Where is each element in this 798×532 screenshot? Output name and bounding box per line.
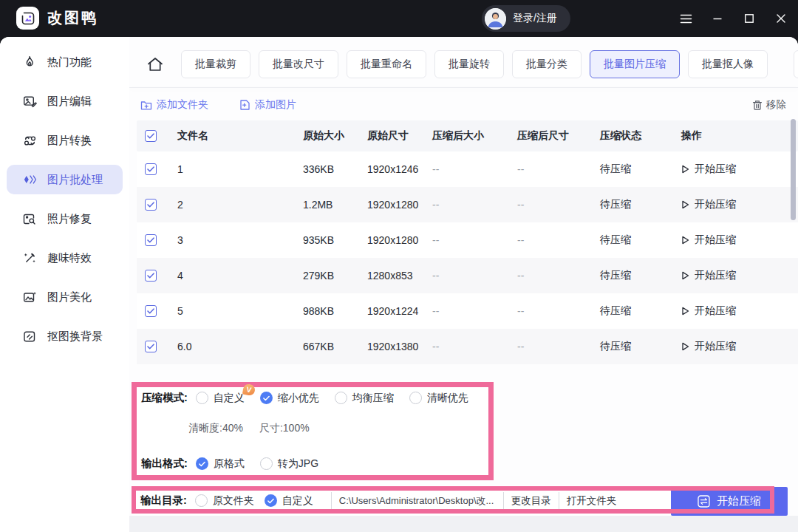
cell-csize: -- <box>432 270 517 282</box>
col-compressed-size: 压缩后大小 <box>432 129 517 143</box>
row-checkbox[interactable] <box>145 234 157 246</box>
row-checkbox[interactable] <box>145 270 157 282</box>
minimize-icon[interactable] <box>711 12 724 25</box>
play-icon <box>681 342 689 351</box>
add-image-button[interactable]: 添加图片 <box>239 98 296 112</box>
tab-batch-portrait-cutout[interactable]: 批量抠人像 <box>688 50 768 78</box>
play-icon <box>681 307 689 316</box>
close-icon[interactable] <box>774 12 788 25</box>
format-option-jpg[interactable]: 转为JPG <box>260 457 318 471</box>
cell-size: 336KB <box>303 163 367 175</box>
table-row: 4 279KB 1280x853 -- -- 待压缩 开始压缩 <box>137 258 798 293</box>
flame-icon <box>23 55 38 69</box>
start-compress-row-button[interactable]: 开始压缩 <box>681 233 798 247</box>
sidebar-item-image-beautify[interactable]: 图片美化 <box>7 282 123 312</box>
tab-batch-resize[interactable]: 批量改尺寸 <box>259 50 338 78</box>
cutout-background-icon <box>23 330 38 343</box>
tab-clipped[interactable] <box>794 50 798 78</box>
radio-checked-icon <box>265 494 277 507</box>
start-compress-row-button[interactable]: 开始压缩 <box>681 198 798 211</box>
format-option-original[interactable]: 原格式 <box>196 457 245 471</box>
col-compressed-dims: 压缩后尺寸 <box>517 129 600 143</box>
sidebar-item-fun-effects[interactable]: 趣味特效 <box>7 243 123 273</box>
tab-batch-compress[interactable]: 批量图片压缩 <box>590 50 680 78</box>
cell-filename: 6.0 <box>177 341 303 352</box>
mode-option-custom[interactable]: 自定义 V <box>196 392 245 405</box>
table-row: 1 336KB 1920x1246 -- -- 待压缩 开始压缩 <box>137 151 798 187</box>
row-checkbox[interactable] <box>145 305 157 317</box>
sidebar-item-label: 图片编辑 <box>47 95 92 109</box>
login-label: 登录/注册 <box>513 12 557 25</box>
cell-dims: 1920x1280 <box>367 234 432 246</box>
file-toolbar: 添加文件夹 添加图片 移除 <box>140 93 786 117</box>
start-compress-row-button[interactable]: 开始压缩 <box>681 269 798 282</box>
tab-batch-rename[interactable]: 批量重命名 <box>347 50 426 78</box>
cell-dims: 1920x1280 <box>367 199 432 211</box>
sidebar-item-label: 照片修复 <box>47 212 92 226</box>
cell-filename: 4 <box>177 270 303 282</box>
sidebar-item-label: 抠图换背景 <box>47 330 103 344</box>
start-compress-row-button[interactable]: 开始压缩 <box>681 304 798 318</box>
app-logo-icon <box>16 7 39 30</box>
menu-icon[interactable] <box>679 12 692 25</box>
col-original-size: 原始大小 <box>303 129 367 143</box>
radio-unchecked-icon <box>409 392 422 404</box>
output-directory-bar: 输出目录: 原文件夹 自定义 C:\Users\Administrator\De… <box>132 485 671 516</box>
compress-detail-row: 清晰度:40% 尺寸:100% <box>188 422 310 435</box>
login-button[interactable]: 登录/注册 <box>482 5 570 32</box>
radio-unchecked-icon <box>195 494 208 507</box>
tab-batch-classify[interactable]: 批量分类 <box>512 50 582 78</box>
output-path-field[interactable]: C:\Users\Administrator\Desktop\改... <box>339 494 496 508</box>
sidebar-item-image-convert[interactable]: 图片转换 <box>7 126 123 155</box>
radio-checked-icon <box>196 457 208 470</box>
cell-dims: 1920x1224 <box>367 305 432 317</box>
cell-size: 935KB <box>303 234 367 246</box>
play-icon <box>681 236 689 245</box>
sidebar-item-batch-process[interactable]: 图片批处理 <box>7 165 123 194</box>
row-checkbox[interactable] <box>145 163 157 175</box>
cell-cdims: -- <box>517 163 600 175</box>
sidebar-item-label: 热门功能 <box>47 55 92 69</box>
row-checkbox[interactable] <box>145 199 157 211</box>
remove-button[interactable]: 移除 <box>752 98 786 112</box>
sidebar-item-photo-repair[interactable]: 照片修复 <box>7 204 123 233</box>
dir-option-custom[interactable]: 自定义 <box>265 494 313 508</box>
cell-status: 待压缩 <box>600 163 681 176</box>
start-compress-button[interactable]: 开始压缩 <box>671 487 788 516</box>
add-folder-button[interactable]: 添加文件夹 <box>140 98 208 112</box>
cell-dims: 1280x853 <box>367 270 432 282</box>
maximize-icon[interactable] <box>743 12 756 25</box>
start-compress-row-button[interactable]: 开始压缩 <box>681 340 798 353</box>
scrollbar-thumb[interactable] <box>791 119 796 220</box>
mode-option-clarity-priority[interactable]: 清晰优先 <box>409 392 468 405</box>
cell-csize: -- <box>432 305 517 317</box>
sidebar-item-image-edit[interactable]: 图片编辑 <box>7 86 123 116</box>
transfer-icon <box>698 495 710 508</box>
col-status: 压缩状态 <box>600 129 681 143</box>
cell-cdims: -- <box>517 270 600 282</box>
mode-option-size-priority[interactable]: 缩小优先 <box>260 392 319 405</box>
start-compress-row-button[interactable]: 开始压缩 <box>681 163 798 176</box>
cell-filename: 2 <box>177 199 303 211</box>
vip-badge: V <box>242 383 256 396</box>
titlebar: 改图鸭 登录/注册 <box>0 0 798 37</box>
mode-option-balanced[interactable]: 均衡压缩 <box>335 392 394 405</box>
sidebar-item-hot-features[interactable]: 热门功能 <box>7 47 123 77</box>
sidebar-item-cutout-background[interactable]: 抠图换背景 <box>7 321 123 351</box>
table-header-row: 文件名 原始大小 原始尺寸 压缩后大小 压缩后尺寸 压缩状态 操作 <box>137 120 798 151</box>
tab-batch-crop[interactable]: 批量裁剪 <box>181 50 250 78</box>
dir-option-original-folder[interactable]: 原文件夹 <box>195 494 254 508</box>
cell-csize: -- <box>432 199 517 211</box>
open-folder-button[interactable]: 打开文件夹 <box>567 494 617 508</box>
cell-size: 279KB <box>303 270 367 282</box>
row-checkbox[interactable] <box>145 341 157 352</box>
cell-status: 待压缩 <box>600 198 681 211</box>
change-directory-button[interactable]: 更改目录 <box>511 494 551 508</box>
cell-filename: 3 <box>177 234 303 246</box>
home-icon[interactable] <box>144 53 166 75</box>
image-convert-icon <box>23 134 38 147</box>
select-all-checkbox[interactable] <box>145 130 157 142</box>
sidebar-item-label: 图片批处理 <box>47 173 103 187</box>
divider <box>331 492 332 510</box>
tab-batch-rotate[interactable]: 批量旋转 <box>434 50 504 78</box>
